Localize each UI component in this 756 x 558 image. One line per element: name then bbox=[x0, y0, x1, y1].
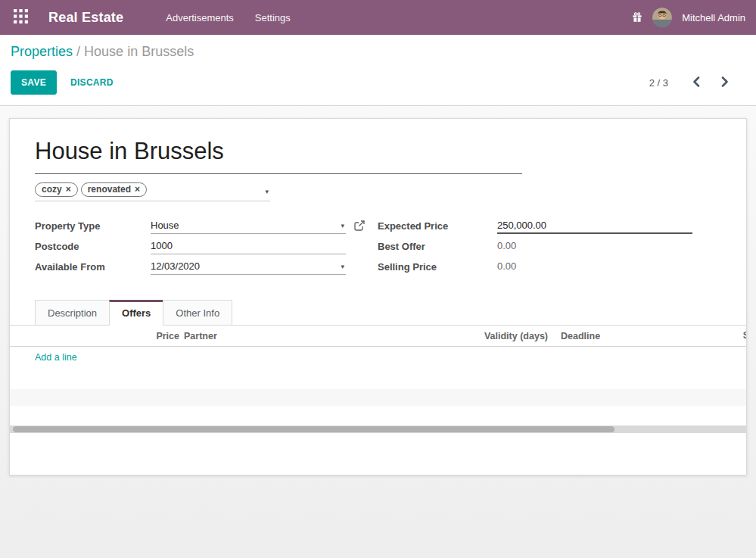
avatar[interactable] bbox=[652, 8, 672, 27]
sheet-bottom-space bbox=[10, 433, 746, 472]
field-value[interactable]: 1000 bbox=[151, 240, 346, 254]
column-header-deadline[interactable]: Deadline bbox=[548, 331, 746, 341]
pager-next-button[interactable] bbox=[717, 73, 733, 92]
field-best-offer: Best Offer 0.00 bbox=[378, 240, 721, 254]
apps-grid-icon bbox=[14, 9, 28, 26]
breadcrumb-properties[interactable]: Properties bbox=[11, 44, 73, 59]
tab-description[interactable]: Description bbox=[35, 300, 110, 326]
menu-settings[interactable]: Settings bbox=[255, 12, 291, 23]
chevron-right-icon bbox=[721, 76, 729, 89]
field-label: Best Offer bbox=[378, 240, 497, 252]
tab-offers[interactable]: Offers bbox=[109, 300, 163, 326]
field-value: 0.00 bbox=[497, 240, 692, 254]
pager-value: 2 / 3 bbox=[649, 77, 668, 89]
add-line-row: Add a line bbox=[10, 347, 746, 367]
external-link-icon[interactable] bbox=[354, 220, 365, 231]
breadcrumb-current: House in Brussels bbox=[84, 44, 194, 59]
selling-price-value: 0.00 bbox=[497, 260, 692, 274]
offers-list: Price Partner Validity (days) Deadline S… bbox=[10, 326, 746, 472]
field-label: Available From bbox=[35, 260, 151, 273]
field-value[interactable]: 12/03/2020 bbox=[151, 260, 346, 275]
caret-down-icon[interactable]: ▾ bbox=[265, 189, 269, 195]
tag-remove-icon[interactable]: × bbox=[135, 185, 140, 194]
tags-field[interactable]: cozy × renovated × ▾ bbox=[35, 182, 270, 201]
menu-advertisements[interactable]: Advertisements bbox=[166, 12, 234, 23]
empty-list-row bbox=[10, 367, 746, 389]
horizontal-scrollbar-track[interactable] bbox=[10, 426, 746, 433]
field-selling-price: Selling Price 0.00 bbox=[378, 260, 721, 275]
field-label: Postcode bbox=[35, 240, 151, 252]
available-from-datepicker[interactable]: 12/03/2020 ▾ bbox=[151, 260, 346, 275]
field-label: Expected Price bbox=[378, 220, 497, 232]
app-title[interactable]: Real Estate bbox=[48, 10, 123, 26]
property-name-input[interactable]: House in Brussels bbox=[35, 139, 522, 174]
discard-button[interactable]: DISCARD bbox=[70, 77, 114, 88]
field-expected-price: Expected Price 250,000.00 bbox=[378, 220, 721, 234]
caret-down-icon[interactable]: ▾ bbox=[341, 263, 344, 270]
field-value[interactable]: 250,000.00 bbox=[497, 220, 692, 234]
notebook: Description Offers Other Info Price Part… bbox=[10, 300, 746, 472]
offers-list-header: Price Partner Validity (days) Deadline S bbox=[10, 326, 746, 347]
empty-list-row bbox=[10, 406, 746, 426]
column-header-partner[interactable]: Partner bbox=[179, 331, 372, 341]
property-type-select[interactable]: House ▾ bbox=[151, 220, 346, 234]
field-grid: Property Type House ▾ bbox=[35, 220, 721, 275]
add-a-line-link[interactable]: Add a line bbox=[35, 352, 77, 363]
user-name[interactable]: Mitchell Admin bbox=[682, 12, 745, 23]
tab-bar: Description Offers Other Info bbox=[10, 300, 746, 326]
content-area: House in Brussels cozy × renovated × ▾ bbox=[0, 106, 756, 558]
field-property-type: Property Type House ▾ bbox=[35, 220, 378, 234]
tab-other-info[interactable]: Other Info bbox=[163, 300, 232, 326]
page: Real Estate Advertisements Settings bbox=[0, 0, 756, 558]
field-value[interactable]: House bbox=[151, 220, 346, 234]
pager-previous-button[interactable] bbox=[688, 73, 705, 92]
tag-remove-icon[interactable]: × bbox=[66, 185, 71, 194]
field-value: 0.00 bbox=[497, 260, 692, 274]
control-panel-buttons: SAVE DISCARD 2 / 3 bbox=[11, 70, 745, 95]
expected-price-input[interactable]: 250,000.00 bbox=[497, 220, 692, 234]
gift-icon[interactable] bbox=[632, 12, 642, 23]
chevron-left-icon bbox=[692, 76, 700, 89]
caret-down-icon[interactable]: ▾ bbox=[341, 223, 344, 229]
horizontal-scrollbar-thumb[interactable] bbox=[13, 426, 614, 432]
tag-label: cozy bbox=[42, 184, 62, 195]
empty-list-row bbox=[10, 389, 746, 406]
breadcrumb: Properties / House in Brussels bbox=[11, 44, 745, 60]
column-header-validity[interactable]: Validity (days) bbox=[372, 331, 548, 341]
field-label: Property Type bbox=[35, 220, 151, 232]
tag-renovated: renovated × bbox=[81, 182, 147, 197]
field-postcode: Postcode 1000 bbox=[35, 240, 378, 254]
field-available-from: Available From 12/03/2020 ▾ bbox=[35, 260, 378, 275]
breadcrumb-separator: / bbox=[76, 44, 80, 59]
column-header-status-clipped[interactable]: S bbox=[743, 330, 747, 341]
apps-menu-button[interactable] bbox=[8, 0, 33, 35]
pager: 2 / 3 bbox=[649, 73, 733, 92]
postcode-input[interactable]: 1000 bbox=[151, 240, 346, 254]
column-header-price[interactable]: Price bbox=[10, 331, 179, 341]
top-navbar: Real Estate Advertisements Settings bbox=[0, 0, 756, 35]
navbar-right: Mitchell Admin bbox=[632, 8, 745, 27]
right-field-column: Expected Price 250,000.00 Best Offer 0.0… bbox=[378, 220, 721, 275]
top-menu: Advertisements Settings bbox=[166, 12, 291, 23]
tag-label: renovated bbox=[88, 184, 131, 195]
save-button[interactable]: SAVE bbox=[11, 70, 57, 95]
form-sheet: House in Brussels cozy × renovated × ▾ bbox=[9, 118, 747, 475]
tag-cozy: cozy × bbox=[35, 182, 78, 197]
left-field-column: Property Type House ▾ bbox=[35, 220, 378, 275]
control-panel: Properties / House in Brussels SAVE DISC… bbox=[0, 35, 756, 106]
best-offer-value: 0.00 bbox=[497, 240, 692, 254]
field-label: Selling Price bbox=[378, 260, 497, 273]
